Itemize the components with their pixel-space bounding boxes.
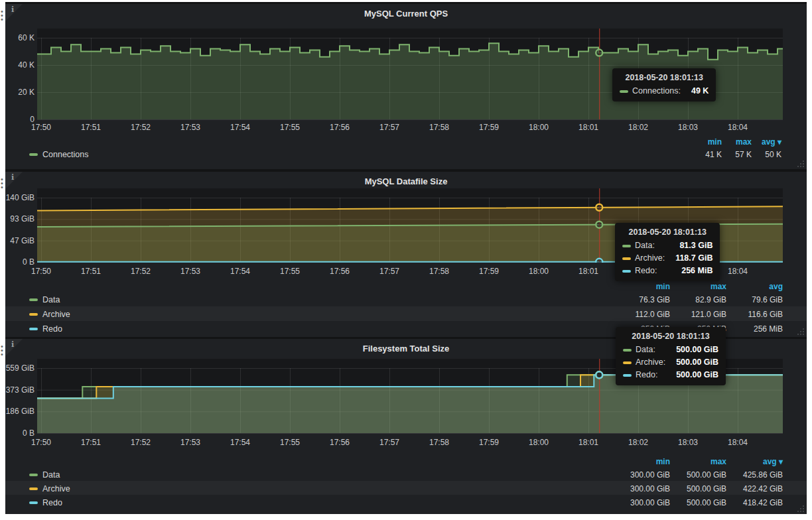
legend-series-archive[interactable]: Archive: [42, 310, 70, 319]
tooltip-row: Archive:118.7 GiB: [622, 252, 712, 265]
legend-color-dash: [29, 487, 38, 490]
x-axis-label: 18:02: [622, 123, 654, 132]
y-axis-label: 40 K: [5, 60, 34, 70]
legend-stat-max: 500.00 GiB: [670, 468, 726, 482]
legend-header-min[interactable]: min: [614, 456, 670, 468]
x-axis-label: 17:55: [274, 267, 306, 276]
tooltip-color-dash: [622, 270, 631, 273]
y-axis-label: 0 B: [5, 428, 34, 438]
legend-color-dash: [29, 153, 38, 156]
x-axis-label: 17:52: [125, 438, 157, 447]
graph-tooltip: 2018-05-20 18:01:13Connections:49 K: [612, 68, 716, 101]
panel-drag-handle[interactable]: • • •: [1, 9, 5, 21]
x-axis-label: 17:53: [174, 123, 206, 132]
x-axis-label: 17:57: [373, 438, 405, 447]
hover-marker: [596, 371, 602, 378]
x-axis-label: 18:04: [722, 438, 754, 447]
panel-title[interactable]: MySQL Current QPS: [5, 9, 807, 19]
legend-stat-min: 41 K: [692, 148, 722, 161]
x-axis-label: 17:54: [224, 267, 256, 276]
legend-series-data[interactable]: Data: [42, 470, 60, 480]
legend-series-archive[interactable]: Archive: [42, 484, 70, 493]
y-axis-label: 559 GiB: [5, 363, 34, 373]
y-axis-label: 47 GiB: [5, 236, 34, 245]
x-axis-label: 18:00: [523, 267, 555, 276]
legend-series-redo[interactable]: Redo: [42, 498, 62, 507]
legend-series-connections[interactable]: Connections: [42, 150, 89, 159]
x-axis-label: 17:56: [324, 267, 356, 276]
x-axis-label: 17:54: [224, 438, 256, 447]
legend-stat-avg: 425.86 GiB: [726, 468, 783, 482]
hover-marker: [596, 222, 602, 228]
legend-row-archive: Archive300.00 GiB500.00 GiB422.42 GiB: [5, 481, 807, 495]
legend-color-dash: [29, 501, 38, 504]
legend-series-redo[interactable]: Redo: [42, 324, 62, 334]
x-axis-label: 18:00: [523, 438, 555, 447]
legend-series-data[interactable]: Data: [42, 295, 60, 304]
y-axis-label: 186 GiB: [5, 407, 34, 416]
x-axis-label: 18:02: [622, 438, 654, 447]
panel-title[interactable]: MySQL Datafile Size: [5, 176, 807, 186]
tooltip-color-dash: [623, 374, 632, 377]
x-axis-label: 17:51: [75, 267, 107, 276]
legend-header-row: minmaxavg ▾: [5, 135, 807, 147]
legend-color-dash: [29, 474, 38, 476]
panel-resize-handle[interactable]: [797, 161, 805, 168]
panel-resize-handle[interactable]: [797, 328, 805, 336]
panel-drag-handle[interactable]: • • •: [1, 177, 5, 189]
legend-header-avg[interactable]: avg ▾: [752, 136, 781, 148]
x-axis-label: 18:01: [573, 267, 604, 276]
x-axis-label: 18:04: [722, 267, 754, 276]
legend-stat-max: 82.9 GiB: [670, 292, 726, 307]
tooltip-series-value: 500.00 GiB: [665, 356, 718, 369]
tooltip-color-dash: [623, 361, 632, 364]
tooltip-color-dash: [623, 349, 632, 352]
legend-header-max[interactable]: max: [670, 281, 726, 292]
legend-header-max[interactable]: max: [722, 136, 752, 148]
graph-tooltip: 2018-05-20 18:01:13Data:500.00 GiBArchiv…: [616, 327, 726, 385]
tooltip-row: Data:81.3 GiB: [622, 239, 712, 252]
legend-header-min[interactable]: min: [614, 281, 670, 292]
legend-header-avg[interactable]: avg ▾: [726, 456, 783, 468]
y-axis-label: 140 GiB: [5, 193, 34, 202]
panel-resize-handle[interactable]: [797, 505, 805, 513]
x-axis-label: 18:01: [573, 438, 604, 447]
tooltip-series-label: Archive:: [635, 252, 665, 265]
legend-stat-max: 500.00 GiB: [670, 496, 726, 510]
legend-stat-max: 57 K: [722, 148, 752, 161]
tooltip-row: Data:500.00 GiB: [623, 344, 718, 356]
tooltip-series-value: 81.3 GiB: [669, 239, 712, 252]
y-axis-label: 373 GiB: [5, 385, 34, 395]
x-axis-label: 17:50: [25, 438, 57, 447]
x-axis-label: 17:50: [25, 267, 57, 276]
legend-header-avg[interactable]: avg: [726, 281, 783, 292]
tooltip-timestamp: 2018-05-20 18:01:13: [623, 332, 718, 341]
x-axis-label: 18:03: [672, 438, 704, 447]
panel-drag-handle[interactable]: • • •: [1, 344, 5, 356]
tooltip-series-value: 500.00 GiB: [665, 369, 718, 381]
x-axis-label: 17:59: [473, 123, 505, 132]
tooltip-series-value: 500.00 GiB: [665, 344, 718, 356]
x-axis-label: 17:51: [75, 123, 107, 132]
x-axis-label: 18:00: [523, 123, 555, 132]
x-axis-label: 17:56: [324, 123, 356, 132]
legend-stat-min: 300.00 GiB: [614, 468, 670, 482]
x-axis-label: 17:59: [473, 267, 505, 276]
x-axis-label: 17:53: [174, 438, 206, 447]
legend-stat-min: 300.00 GiB: [614, 482, 670, 496]
tooltip-series-value: 49 K: [681, 85, 709, 98]
y-axis-label: 20 K: [5, 88, 34, 97]
hover-marker: [596, 204, 602, 211]
legend-header-row: minmaxavg ▾: [5, 455, 807, 467]
x-axis-label: 17:55: [274, 438, 306, 447]
legend-header-max[interactable]: max: [670, 456, 726, 468]
legend-stat-max: 500.00 GiB: [670, 482, 726, 496]
x-axis-label: 17:54: [224, 123, 256, 132]
legend-header-min[interactable]: min: [692, 136, 722, 148]
y-axis-label: 93 GiB: [5, 214, 34, 224]
tooltip-color-dash: [622, 245, 631, 247]
tooltip-color-dash: [620, 90, 628, 93]
hover-marker: [596, 259, 602, 265]
legend-color-dash: [29, 313, 38, 316]
legend-stat-min: 112.0 GiB: [614, 307, 670, 322]
